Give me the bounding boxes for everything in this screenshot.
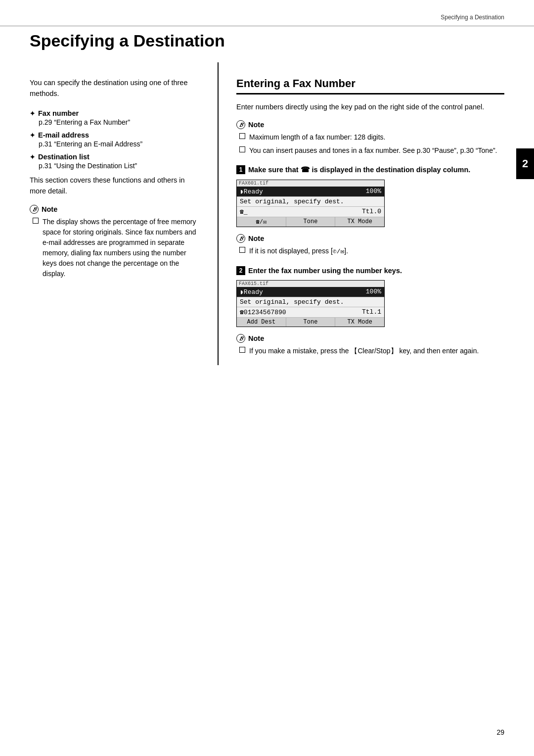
left-column: You can specify the destination using on…	[30, 62, 218, 365]
lcd2-btn2: Tone	[286, 318, 336, 327]
bullet-dest-title: ✦ Destination list	[30, 153, 198, 161]
left-note-box: 𝓑 Note The display shows the percentage …	[30, 205, 198, 279]
note-checkbox	[33, 218, 39, 224]
right-note-box-1: 𝓑 Note Maximum length of a fax number: 1…	[236, 120, 504, 156]
lcd2-row1: ◗Ready 100%	[237, 287, 384, 297]
right-note-title-3: 𝓑 Note	[236, 334, 504, 343]
step-2-heading: 2 Enter the fax number using the number …	[236, 266, 504, 277]
lcd-screen-1: FAX601.tif ◗Ready 100% Set original, spe…	[236, 180, 385, 227]
bullet-fax-number: ✦ Fax number p.29 “Entering a Fax Number…	[30, 109, 198, 126]
page-header: Specifying a Destination	[0, 0, 534, 26]
lcd1-row1: ◗Ready 100%	[237, 187, 384, 197]
step-1-block: 1 Make sure that ☎ is displayed in the d…	[236, 165, 504, 227]
note-checkbox-4	[239, 247, 245, 253]
lcd2-filename: FAX615.tif	[237, 281, 384, 287]
bullet-dest-ref: p.31 “Using the Destination List”	[39, 162, 198, 170]
lcd2-row3: ☎01234567890 Ttl.1	[237, 307, 384, 318]
left-note-title: 𝓑 Note	[30, 205, 198, 214]
page-title: Specifying a Destination	[30, 26, 504, 50]
lcd1-buttons: ☎/✉ Tone TX Mode	[237, 217, 384, 227]
lcd1-row2: Set original, specify dest.	[237, 197, 384, 207]
lcd2-btn3: TX Mode	[335, 318, 384, 327]
note-checkbox-5	[239, 347, 245, 353]
header-text: Specifying a Destination	[441, 14, 504, 21]
note-icon-2: 𝓑	[236, 120, 245, 129]
right-intro: Enter numbers directly using the key pad…	[236, 101, 504, 112]
step-1-heading: 1 Make sure that ☎ is displayed in the d…	[236, 165, 504, 176]
right-note-title-2: 𝓑 Note	[236, 234, 504, 243]
lcd2-btn1: Add Dest	[237, 318, 286, 327]
right-note-title-1: 𝓑 Note	[236, 120, 504, 129]
chapter-tab: 2	[516, 148, 534, 179]
lcd1-btn3: TX Mode	[335, 217, 384, 227]
bullet-email-ref: p.31 “Entering an E-mail Address”	[39, 140, 198, 148]
page-number: 29	[496, 728, 504, 736]
left-note-item: The display shows the percentage of free…	[30, 217, 198, 279]
right-note-box-3: 𝓑 Note If you make a mistake, press the …	[236, 334, 504, 356]
diamond-icon-2: ✦	[30, 132, 35, 139]
intro-text: You can specify the destination using on…	[30, 77, 198, 99]
diamond-icon: ✦	[30, 110, 35, 117]
right-note-item-1a: Maximum length of a fax number: 128 digi…	[236, 132, 504, 142]
right-column: Entering a Fax Number Enter numbers dire…	[218, 62, 504, 365]
bullet-email-title: ✦ E-mail address	[30, 131, 198, 139]
lcd1-btn1: ☎/✉	[237, 217, 286, 227]
right-note-item-1b: You can insert pauses and tones in a fax…	[236, 145, 504, 156]
note-icon-4: 𝓑	[236, 334, 245, 343]
bullet-fax-title: ✦ Fax number	[30, 109, 198, 117]
section-note-intro: This section covers these functions and …	[30, 175, 198, 197]
step-1-num: 1	[236, 165, 245, 174]
right-note-item-2: If it is not displayed, press [✆/✉].	[236, 246, 504, 257]
note-icon: 𝓑	[30, 205, 39, 214]
lcd2-buttons: Add Dest Tone TX Mode	[237, 318, 384, 327]
right-note-box-2: 𝓑 Note If it is not displayed, press [✆/…	[236, 234, 504, 257]
bullet-email: ✦ E-mail address p.31 “Entering an E-mai…	[30, 131, 198, 148]
lcd2-row2: Set original, specify dest.	[237, 297, 384, 307]
step-2-block: 2 Enter the fax number using the number …	[236, 266, 504, 328]
bullet-dest-list: ✦ Destination list p.31 “Using the Desti…	[30, 153, 198, 170]
lcd-screen-2: FAX615.tif ◗Ready 100% Set original, spe…	[236, 280, 385, 327]
page-footer: 29	[496, 728, 504, 736]
section-heading: Entering a Fax Number	[236, 77, 504, 94]
lcd1-row3: ☎_ Ttl.0	[237, 207, 384, 217]
step-2-num: 2	[236, 266, 245, 275]
lcd1-filename: FAX601.tif	[237, 180, 384, 187]
right-note-item-3: If you make a mistake, press the 【Clear/…	[236, 346, 504, 356]
bullet-fax-ref: p.29 “Entering a Fax Number”	[39, 118, 198, 126]
note-checkbox-2	[239, 133, 245, 139]
diamond-icon-3: ✦	[30, 153, 35, 161]
lcd1-btn2: Tone	[286, 217, 336, 227]
note2-text: If it is not displayed, press [✆/✉].	[249, 246, 504, 257]
note-checkbox-3	[239, 146, 245, 152]
note-icon-3: 𝓑	[236, 234, 245, 243]
page-content: You can specify the destination using on…	[0, 62, 534, 365]
